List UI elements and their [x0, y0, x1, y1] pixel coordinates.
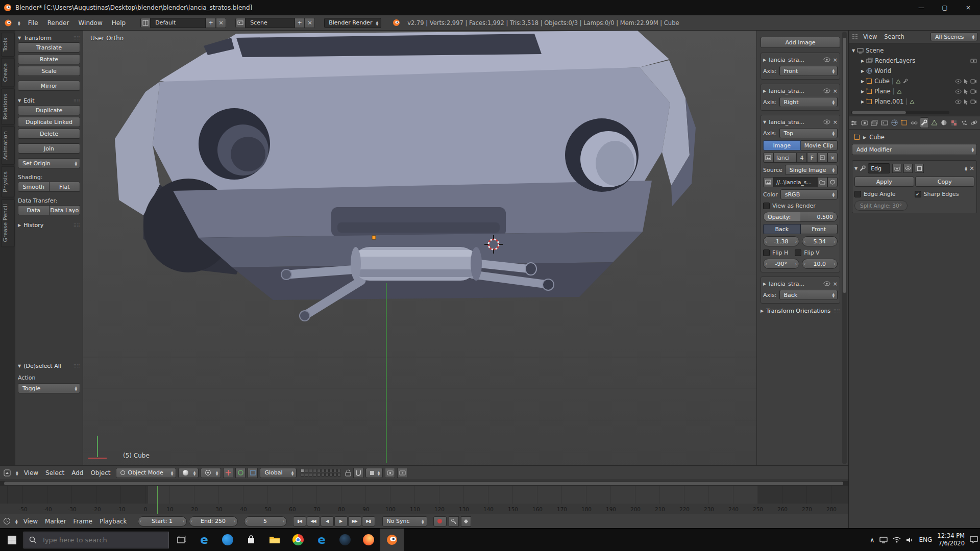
modifier-reorder-arrows[interactable]: ▲▼	[965, 166, 967, 171]
apply-button[interactable]: Apply	[854, 177, 914, 187]
add-modifier-dropdown[interactable]: Add Modifier▲▼	[852, 144, 977, 155]
collapse-icon[interactable]: ▼	[763, 120, 766, 124]
expand-icon[interactable]: ▶	[763, 282, 766, 286]
remove-icon[interactable]: ×	[833, 57, 838, 63]
manipulator-rotate-icon[interactable]	[235, 468, 246, 478]
insert-keyframe-icon[interactable]	[461, 516, 471, 527]
menu-item[interactable]: Window	[74, 19, 107, 27]
eye-icon[interactable]	[823, 88, 830, 93]
tab-particles[interactable]	[960, 117, 968, 128]
expand-icon[interactable]: ▶	[861, 59, 864, 63]
outliner-menu-item[interactable]: View	[860, 33, 880, 40]
outliner-menu-item[interactable]: Search	[880, 33, 908, 40]
editor-type-properties-icon[interactable]	[850, 119, 857, 127]
color-space-dropdown[interactable]: sRGB▲▼	[780, 189, 838, 199]
tray-chevron-icon[interactable]: ∧	[870, 536, 875, 544]
axis-dropdown-top[interactable]: Top▲▼	[779, 128, 838, 138]
axis-dropdown-back[interactable]: Back▲▼	[779, 290, 838, 300]
timeline-menu-item[interactable]: Frame	[70, 518, 96, 525]
app-icon-steam[interactable]	[333, 529, 357, 551]
translate-button[interactable]: Translate	[18, 42, 80, 53]
microsoft-store-icon[interactable]	[239, 529, 263, 551]
image-users-count[interactable]: 4	[797, 153, 807, 163]
tray-clock[interactable]: 12:34 PM 7/6/2020	[937, 532, 965, 547]
action-toggle-dropdown[interactable]: Toggle▲▼	[18, 383, 80, 393]
tab-scene[interactable]	[880, 117, 889, 128]
tool-shelf-tab[interactable]: Grease Pencil	[1, 199, 15, 247]
set-origin-dropdown[interactable]: Set Origin▲▼	[18, 158, 80, 168]
current-frame-line[interactable]	[157, 486, 158, 514]
viewport-shading-dropdown[interactable]: ▲▼	[178, 468, 199, 478]
task-view-icon[interactable]	[169, 529, 192, 551]
tool-shelf-tab[interactable]: Relations	[1, 89, 15, 125]
tool-shelf-tab[interactable]: Tools	[1, 33, 15, 57]
expand-icon[interactable]: ▶	[861, 99, 864, 104]
prev-keyframe-button[interactable]: ◀◀	[307, 516, 320, 527]
screen-layout-field[interactable]: Default	[151, 18, 206, 28]
menu-item[interactable]: Render	[43, 19, 74, 27]
display-mode-dropdown[interactable]: All Scenes▲▼	[930, 32, 977, 41]
edit-panel-header[interactable]: ▼Edit⠿⠿	[18, 97, 80, 104]
tool-shelf-tab[interactable]: Create	[1, 58, 15, 87]
renderable-camera-icon[interactable]	[970, 79, 977, 84]
tab-object-data[interactable]	[930, 117, 939, 128]
keying-set-icon[interactable]	[449, 516, 459, 527]
jump-to-end-button[interactable]: ▶▮	[362, 516, 375, 527]
current-frame-field[interactable]: ‹5›	[244, 516, 287, 527]
modifier-delete-icon[interactable]: ×	[969, 165, 974, 172]
render-opengl-icon[interactable]	[385, 468, 395, 478]
editor-type-3dview-icon[interactable]	[3, 469, 11, 477]
remove-icon[interactable]: ×	[833, 119, 838, 126]
minimize-button[interactable]: —	[910, 0, 933, 15]
outliner-item-label[interactable]: Cube	[874, 78, 890, 85]
outliner-item-label[interactable]: World	[874, 67, 891, 74]
smooth-button[interactable]: Smooth	[18, 182, 50, 192]
orientation-dropdown[interactable]: Global▲▼	[260, 468, 297, 478]
expand-icon[interactable]: ▶	[861, 79, 864, 84]
mirror-button[interactable]: Mirror	[18, 81, 80, 91]
expand-icon[interactable]: ▶	[861, 89, 864, 94]
history-panel-header[interactable]: ▶History⠿⠿	[18, 222, 80, 229]
scene-field[interactable]: Scene	[246, 18, 295, 28]
editor-type-outliner-icon[interactable]	[851, 33, 859, 40]
start-frame-field[interactable]: ‹Start: 1›	[138, 516, 187, 527]
file-explorer-icon[interactable]	[263, 529, 286, 551]
tool-shelf-tab[interactable]: Physics	[1, 166, 15, 197]
delete-layout-button[interactable]: ×	[216, 18, 226, 28]
tab-world[interactable]	[890, 117, 898, 128]
remove-icon[interactable]: ×	[833, 88, 838, 94]
unlink-image-icon[interactable]	[817, 153, 827, 163]
blender-taskbar-icon[interactable]	[380, 529, 404, 551]
tray-pc-icon[interactable]	[879, 537, 888, 543]
split-angle-slider[interactable]: Split Angle: 30°	[854, 201, 908, 211]
tab-object[interactable]	[900, 117, 909, 128]
tray-volume-icon[interactable]	[906, 537, 914, 543]
front-toggle[interactable]: Front	[801, 224, 838, 234]
viewport-menu-item[interactable]: Add	[68, 469, 87, 477]
data-button[interactable]: Data	[18, 205, 50, 215]
tab-constraints[interactable]	[910, 117, 918, 128]
open-file-icon[interactable]	[817, 177, 827, 187]
eye-icon[interactable]	[823, 57, 830, 62]
jump-to-start-button[interactable]: ▮◀	[293, 516, 306, 527]
app-icon-blue[interactable]	[216, 529, 239, 551]
play-button[interactable]: ▶	[334, 516, 348, 527]
editor-selector-arrows[interactable]: ▲▼	[15, 519, 18, 524]
viewport-menu-item[interactable]: Object	[87, 469, 114, 477]
deselect-panel-header[interactable]: ▼(De)select All⠿⠿	[18, 363, 80, 369]
sync-dropdown[interactable]: No Sync▲▼	[382, 516, 427, 527]
chrome-icon[interactable]	[286, 529, 310, 551]
bg-image-name[interactable]: lancia_stra...	[769, 57, 821, 63]
delete-button[interactable]: Delete	[18, 129, 80, 139]
start-button[interactable]	[0, 529, 23, 551]
outliner-item-label[interactable]: Plane	[874, 88, 891, 95]
tray-wifi-icon[interactable]	[893, 537, 901, 543]
outliner-item-label[interactable]: Scene	[866, 47, 884, 54]
modifier-show-eye-icon[interactable]	[903, 164, 913, 173]
fake-user-button[interactable]: F	[807, 153, 817, 163]
taskbar-search[interactable]	[23, 532, 169, 548]
image-name-field[interactable]: lanci	[773, 153, 797, 163]
collapse-icon[interactable]: ▼	[854, 166, 857, 171]
outliner-row-plane[interactable]: ▶ Plane |	[852, 86, 980, 96]
image-tab[interactable]: Image	[763, 140, 801, 151]
